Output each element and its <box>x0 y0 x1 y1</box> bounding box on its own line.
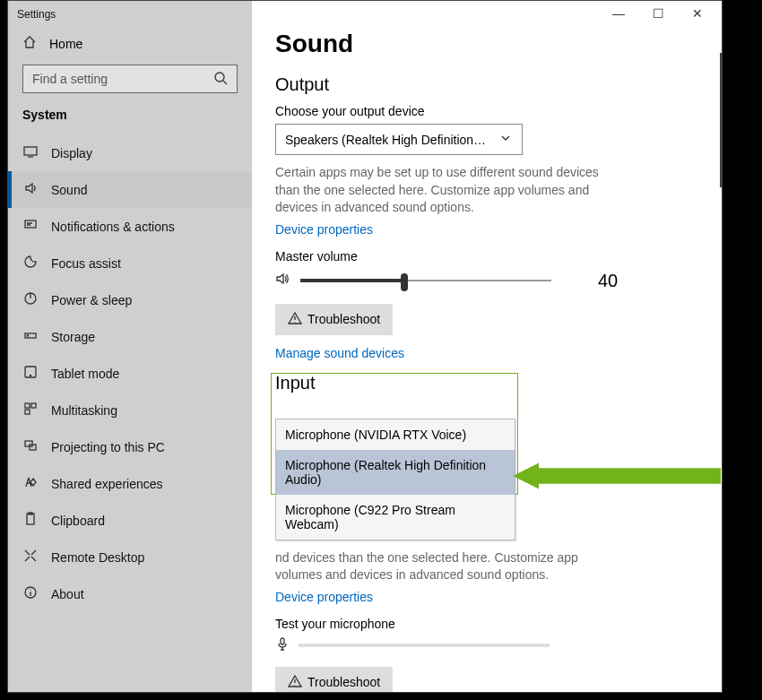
home-icon <box>22 35 37 52</box>
sidebar-item-sound[interactable]: Sound <box>8 171 252 208</box>
tablet-icon <box>22 365 39 382</box>
svg-rect-8 <box>25 403 30 408</box>
sidebar-category: System <box>8 106 252 134</box>
input-device-option[interactable]: Microphone (C922 Pro Stream Webcam) <box>276 495 515 540</box>
maximize-button[interactable]: ☐ <box>646 6 670 21</box>
content-pane: — ☐ ✕ Sound Output Choose your output de… <box>252 1 722 692</box>
svg-rect-16 <box>281 638 284 644</box>
output-helper-text: Certain apps may be set up to use differ… <box>275 164 616 217</box>
sidebar-item-projecting[interactable]: Projecting to this PC <box>8 428 252 465</box>
sidebar-item-label: Projecting to this PC <box>51 440 165 454</box>
output-section-title: Output <box>275 74 698 95</box>
close-button[interactable]: ✕ <box>686 6 709 21</box>
sidebar-item-label: Storage <box>51 330 95 344</box>
input-helper-text: nd devices than the one selected here. C… <box>275 549 616 584</box>
sidebar-item-display[interactable]: Display <box>8 134 252 171</box>
master-volume-slider[interactable] <box>300 272 551 290</box>
sidebar-item-shared[interactable]: Shared experiences <box>8 465 252 502</box>
master-volume-value: 40 <box>598 271 618 291</box>
sidebar-item-label: Multitasking <box>51 403 117 418</box>
output-manage-devices-link[interactable]: Manage sound devices <box>275 346 698 360</box>
sidebar: Settings Home Find a setting System Disp… <box>8 1 252 692</box>
multitasking-icon <box>22 402 39 419</box>
input-device-dropdown-open[interactable]: Microphone (NVIDIA RTX Voice) Microphone… <box>275 419 515 540</box>
sidebar-item-label: Remote Desktop <box>51 550 144 565</box>
svg-point-5 <box>27 335 28 336</box>
window-title: Settings <box>8 1 252 28</box>
home-link[interactable]: Home <box>8 28 252 65</box>
master-volume-label: Master volume <box>275 249 698 264</box>
svg-point-7 <box>30 375 30 376</box>
scrollbar[interactable] <box>720 53 722 187</box>
output-device-properties-link[interactable]: Device properties <box>275 222 698 237</box>
clipboard-icon <box>22 512 39 529</box>
svg-rect-11 <box>25 441 32 446</box>
input-device-option[interactable]: Microphone (NVIDIA RTX Voice) <box>276 419 515 450</box>
microphone-icon <box>275 636 290 654</box>
display-icon <box>22 144 39 161</box>
search-icon <box>213 71 228 88</box>
sidebar-item-power[interactable]: Power & sleep <box>8 281 252 318</box>
test-mic-label: Test your microphone <box>275 617 698 631</box>
sidebar-item-storage[interactable]: Storage <box>8 318 252 355</box>
power-icon <box>22 291 39 308</box>
speaker-icon[interactable] <box>275 272 290 290</box>
shared-icon <box>22 475 39 492</box>
storage-icon <box>22 328 39 345</box>
notifications-icon <box>22 218 39 235</box>
svg-rect-13 <box>27 514 34 524</box>
svg-rect-9 <box>31 403 36 408</box>
sidebar-item-focus-assist[interactable]: Focus assist <box>8 245 252 281</box>
search-input[interactable]: Find a setting <box>22 65 238 93</box>
focus-assist-icon <box>22 255 39 272</box>
about-icon <box>22 585 39 602</box>
svg-rect-2 <box>25 220 36 228</box>
output-choose-label: Choose your output device <box>275 104 698 118</box>
input-troubleshoot-button[interactable]: Troubleshoot <box>275 667 393 692</box>
input-device-properties-link[interactable]: Device properties <box>275 590 698 604</box>
sound-icon <box>22 181 39 198</box>
projecting-icon <box>22 438 39 455</box>
warning-icon <box>288 311 302 328</box>
minimize-button[interactable]: — <box>607 6 630 21</box>
page-title: Sound <box>275 30 698 58</box>
sidebar-item-about[interactable]: About <box>8 575 252 612</box>
sidebar-item-label: Power & sleep <box>51 293 132 307</box>
output-device-dropdown[interactable]: Speakers (Realtek High Definition… <box>275 124 523 155</box>
output-troubleshoot-button[interactable]: Troubleshoot <box>275 304 393 335</box>
mic-level-bar <box>299 644 550 647</box>
sidebar-item-multitasking[interactable]: Multitasking <box>8 392 252 428</box>
sidebar-item-label: About <box>51 587 84 601</box>
chevron-down-icon <box>498 131 513 148</box>
home-label: Home <box>49 37 82 51</box>
sidebar-item-label: Sound <box>51 183 87 197</box>
warning-icon <box>288 674 302 691</box>
remote-icon <box>22 549 39 566</box>
sidebar-item-tablet[interactable]: Tablet mode <box>8 355 252 392</box>
sidebar-item-clipboard[interactable]: Clipboard <box>8 502 252 539</box>
input-section-title: Input <box>275 373 698 393</box>
sidebar-item-label: Shared experiences <box>51 477 163 491</box>
sidebar-item-label: Focus assist <box>51 256 121 271</box>
svg-rect-10 <box>25 410 30 414</box>
sidebar-item-notifications[interactable]: Notifications & actions <box>8 208 252 245</box>
sidebar-item-label: Notifications & actions <box>51 220 175 234</box>
sidebar-item-label: Clipboard <box>51 514 105 528</box>
sidebar-item-label: Tablet mode <box>51 367 119 381</box>
sidebar-item-remote[interactable]: Remote Desktop <box>8 539 252 575</box>
input-device-option-selected[interactable]: Microphone (Realtek High Definition Audi… <box>276 450 515 495</box>
settings-window: Settings Home Find a setting System Disp… <box>7 0 723 693</box>
svg-rect-1 <box>24 147 37 155</box>
output-device-selected: Speakers (Realtek High Definition… <box>285 133 486 147</box>
search-placeholder: Find a setting <box>32 72 213 86</box>
sidebar-item-label: Display <box>51 146 92 160</box>
svg-point-0 <box>215 73 224 82</box>
